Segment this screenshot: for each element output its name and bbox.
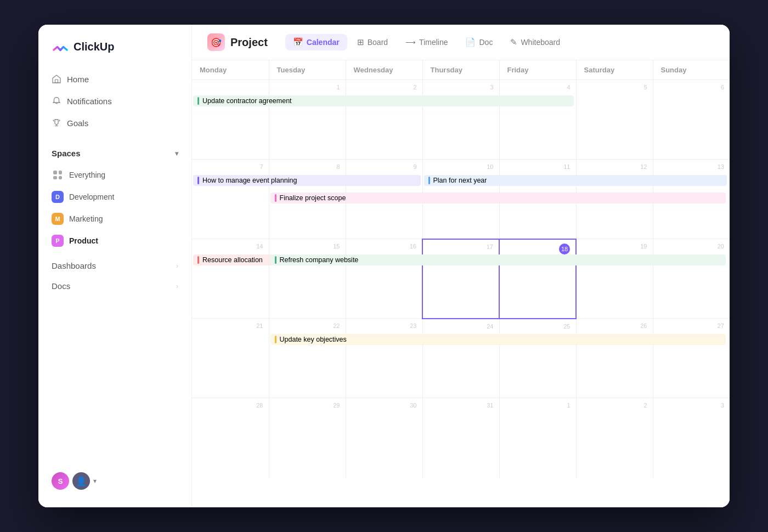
sidebar-item-docs[interactable]: Docs › xyxy=(45,276,185,296)
day-number: 21 xyxy=(195,321,266,330)
calendar-cell[interactable]: 2 xyxy=(576,398,653,478)
event-bar[interactable]: Update key objectives xyxy=(270,334,726,345)
calendar-tab-label: Calendar xyxy=(307,38,340,47)
calendar-view: Monday Tuesday Wednesday Thursday Friday… xyxy=(192,60,730,507)
trophy-icon xyxy=(52,118,61,128)
calendar-cell[interactable]: 23 xyxy=(346,319,422,398)
day-header-sunday: Sunday xyxy=(653,60,730,80)
footer-chevron: ▾ xyxy=(93,477,97,485)
tab-doc[interactable]: 📄 Doc xyxy=(458,34,500,50)
calendar-cell[interactable]: 17 xyxy=(422,239,499,319)
project-title: 🎯 Project xyxy=(207,33,268,51)
calendar-cell[interactable]: 1 xyxy=(499,398,576,478)
event-indicator xyxy=(275,336,276,343)
calendar-cell[interactable]: 8Finalize project scope xyxy=(269,160,346,239)
logo[interactable]: ClickUp xyxy=(38,38,191,69)
event-bar[interactable]: Update contractor agreement xyxy=(193,95,574,106)
spaces-header[interactable]: Spaces ▾ xyxy=(45,144,185,162)
event-bar[interactable]: Refresh company website xyxy=(270,254,726,265)
cell-inner: 20 xyxy=(653,239,730,318)
event-bar[interactable]: Finalize project scope xyxy=(270,193,726,203)
calendar-cell[interactable]: 22Update key objectives xyxy=(269,319,346,398)
calendar-cell[interactable]: 7How to manage event planning xyxy=(192,160,269,239)
calendar-cell[interactable]: 21 xyxy=(192,319,269,398)
day-number: 17 xyxy=(426,242,495,251)
main-content: 🎯 Project 📅 Calendar ⊞ Board ⟶ Timeline … xyxy=(192,25,730,507)
day-number: 5 xyxy=(580,82,650,92)
calendar-cell[interactable]: 16 xyxy=(346,239,422,319)
calendar-cell[interactable]: 26 xyxy=(576,319,653,398)
tab-board[interactable]: ⊞ Board xyxy=(349,34,396,50)
calendar-cell[interactable]: 15Refresh company website xyxy=(269,239,346,319)
chevron-down-icon: ▾ xyxy=(175,150,178,157)
calendar-cell[interactable]: 20 xyxy=(653,239,730,319)
event-label: Update contractor agreement xyxy=(202,97,292,105)
cell-inner: 24 xyxy=(423,319,499,398)
cell-inner: 7How to manage event planning xyxy=(192,160,269,239)
cell-inner: 1 xyxy=(500,398,576,478)
marketing-label: Marketing xyxy=(69,214,103,223)
sidebar-item-goals[interactable]: Goals xyxy=(45,112,185,133)
calendar-cell[interactable]: 2 xyxy=(346,80,422,160)
dashboards-label: Dashboards xyxy=(52,261,96,270)
top-bar: 🎯 Project 📅 Calendar ⊞ Board ⟶ Timeline … xyxy=(192,25,730,60)
calendar-cell[interactable]: 29 xyxy=(269,398,346,478)
cell-inner: 3 xyxy=(423,80,499,159)
calendar-cell[interactable]: 18 xyxy=(499,239,576,319)
sidebar-item-product[interactable]: P Product xyxy=(45,230,185,251)
calendar-week-row: 14Resource allocation15Refresh company w… xyxy=(192,239,730,319)
event-indicator xyxy=(428,177,430,184)
calendar-cell[interactable]: 25 xyxy=(499,319,576,398)
day-number xyxy=(195,82,266,85)
tab-timeline[interactable]: ⟶ Timeline xyxy=(398,34,455,50)
sidebar-item-everything[interactable]: Everything xyxy=(45,165,185,185)
calendar-cell[interactable]: 1 xyxy=(269,80,346,160)
sidebar-item-development[interactable]: D Development xyxy=(45,186,185,207)
calendar-cell[interactable]: 31 xyxy=(422,398,499,478)
docs-label: Docs xyxy=(52,281,70,291)
board-tab-label: Board xyxy=(368,38,388,47)
calendar-cell[interactable]: 3 xyxy=(422,80,499,160)
calendar-cell[interactable]: 14Resource allocation xyxy=(192,239,269,319)
tab-whiteboard[interactable]: ✎ Whiteboard xyxy=(502,34,568,50)
calendar-cell[interactable]: 6 xyxy=(653,80,730,160)
cell-inner: 18 xyxy=(500,240,575,318)
calendar-cell[interactable]: Update contractor agreement xyxy=(192,80,269,160)
calendar-cell[interactable]: 5 xyxy=(576,80,653,160)
calendar-cell[interactable]: 28 xyxy=(192,398,269,478)
calendar-cell[interactable]: 24 xyxy=(422,319,499,398)
tab-calendar[interactable]: 📅 Calendar xyxy=(285,34,347,50)
sidebar: ClickUp Home Notifications Goals xyxy=(38,25,192,507)
sidebar-item-home[interactable]: Home xyxy=(45,69,185,89)
everything-icon xyxy=(52,169,64,181)
day-number: 22 xyxy=(273,321,342,330)
day-number: 6 xyxy=(657,82,727,92)
avatar-user1[interactable]: S xyxy=(52,472,69,490)
project-icon: 🎯 xyxy=(207,33,225,51)
event-indicator xyxy=(197,97,199,105)
cell-inner: 27 xyxy=(653,319,730,398)
day-number: 4 xyxy=(503,82,573,92)
calendar-cell[interactable]: 27 xyxy=(653,319,730,398)
day-number: 11 xyxy=(503,162,573,171)
day-number: 25 xyxy=(503,321,573,331)
cell-inner: 26 xyxy=(577,319,653,398)
clickup-logo-icon xyxy=(52,38,69,55)
sidebar-item-dashboards[interactable]: Dashboards › xyxy=(45,256,185,276)
timeline-tab-label: Timeline xyxy=(419,38,448,47)
sidebar-item-marketing[interactable]: M Marketing xyxy=(45,208,185,229)
calendar-cell[interactable]: 3 xyxy=(653,398,730,478)
calendar-cell[interactable]: 30 xyxy=(346,398,422,478)
calendar-week-row: 2122Update key objectives2324252627 xyxy=(192,319,730,398)
avatar-user2[interactable]: 👤 xyxy=(72,472,90,490)
whiteboard-tab-label: Whiteboard xyxy=(521,38,560,47)
event-bar[interactable]: How to manage event planning xyxy=(193,175,421,186)
cell-inner: 19 xyxy=(577,239,653,318)
cell-inner: 23 xyxy=(346,319,422,398)
calendar-cell[interactable]: 4 xyxy=(499,80,576,160)
sidebar-item-notifications[interactable]: Notifications xyxy=(45,90,185,111)
event-bar[interactable]: Plan for next year xyxy=(424,175,727,186)
calendar-cell[interactable]: 19 xyxy=(576,239,653,319)
spaces-section: Spaces ▾ Everything D Development xyxy=(38,144,191,251)
event-label: How to manage event planning xyxy=(202,177,297,184)
